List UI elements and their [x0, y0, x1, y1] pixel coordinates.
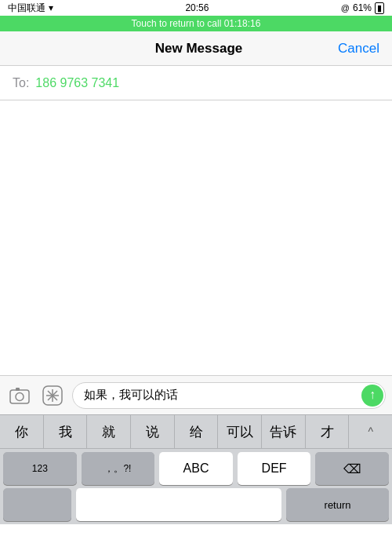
key-punctuation[interactable]: ，。?! — [82, 452, 155, 485]
cancel-button[interactable]: Cancel — [338, 41, 379, 57]
nav-title: New Message — [155, 41, 243, 57]
keyboard: 123 ，。?! ABC DEF ⌫ return — [0, 449, 392, 524]
predictive-text-0: 你 — [15, 423, 28, 441]
key-abc-label: ABC — [183, 461, 209, 476]
input-toolbar: ↑ — [0, 375, 392, 414]
keyboard-row-special: 123 ，。?! ABC DEF ⌫ — [0, 449, 392, 485]
status-time: 20:56 — [185, 2, 209, 13]
predictive-item-0[interactable]: 你 — [0, 415, 44, 448]
predictive-item-3[interactable]: 说 — [131, 415, 175, 448]
battery-label: 61% — [353, 2, 372, 13]
camera-button[interactable] — [6, 382, 33, 409]
to-field: To: 186 9763 7341 — [0, 66, 392, 100]
status-left: 中国联通 ▾ — [8, 2, 53, 15]
send-arrow-icon: ↑ — [369, 388, 376, 401]
status-right: @ 61% ▮ — [341, 2, 384, 14]
predictive-bar: 你 我 就 说 给 可以 告诉 才 ^ — [0, 414, 392, 449]
delete-icon: ⌫ — [343, 461, 361, 476]
key-123-label: 123 — [32, 463, 48, 474]
predictive-text-5: 可以 — [227, 423, 253, 441]
key-space-wide[interactable] — [76, 488, 281, 521]
predictive-text-1: 我 — [59, 423, 72, 441]
predictive-item-6[interactable]: 告诉 — [262, 415, 306, 448]
message-input-wrapper: ↑ — [72, 382, 386, 409]
call-banner[interactable]: Touch to return to call 01:18:16 — [0, 16, 392, 31]
predictive-text-3: 说 — [146, 423, 159, 441]
wifi-icon: ▾ — [49, 2, 53, 13]
predictive-item-1[interactable]: 我 — [44, 415, 88, 448]
message-input[interactable] — [72, 382, 386, 409]
send-button[interactable]: ↑ — [361, 385, 383, 407]
key-delete[interactable]: ⌫ — [315, 452, 389, 485]
svg-rect-2 — [16, 388, 20, 391]
predictive-text-6: 告诉 — [270, 423, 296, 441]
svg-rect-0 — [10, 390, 29, 403]
to-number: 186 9763 7341 — [35, 76, 119, 90]
svg-point-1 — [16, 392, 24, 400]
keyboard-row-bottom: return — [0, 485, 392, 524]
key-123[interactable]: 123 — [3, 452, 77, 485]
battery-icon: ▮ — [375, 2, 384, 14]
nav-bar: New Message Cancel — [0, 31, 392, 66]
status-bar: 中国联通 ▾ 20:56 @ 61% ▮ — [0, 0, 392, 16]
key-return[interactable]: return — [286, 488, 389, 521]
call-banner-text: Touch to return to call 01:18:16 — [132, 18, 261, 29]
predictive-item-7[interactable]: 才 — [306, 415, 350, 448]
key-punctuation-label: ，。?! — [104, 462, 131, 476]
predictive-text-4: 给 — [190, 423, 203, 441]
predictive-item-4[interactable]: 给 — [175, 415, 219, 448]
carrier-label: 中国联通 — [8, 2, 45, 15]
to-label: To: — [13, 76, 29, 90]
predictive-item-2[interactable]: 就 — [87, 415, 131, 448]
message-area — [0, 100, 392, 375]
camera-icon — [9, 385, 31, 407]
location-icon: @ — [341, 3, 350, 13]
key-return-label: return — [325, 499, 351, 511]
key-def-label: DEF — [262, 461, 287, 476]
key-abc[interactable]: ABC — [159, 452, 233, 485]
predictive-item-5[interactable]: 可以 — [218, 415, 262, 448]
key-def[interactable]: DEF — [238, 452, 311, 485]
predictive-text-7: 才 — [321, 423, 334, 441]
appstore-icon — [42, 385, 64, 407]
predictive-expand-button[interactable]: ^ — [349, 415, 392, 448]
appstore-button[interactable] — [39, 382, 66, 409]
predictive-text-2: 就 — [102, 423, 115, 441]
chevron-up-icon: ^ — [368, 425, 373, 438]
key-space[interactable] — [3, 488, 71, 521]
